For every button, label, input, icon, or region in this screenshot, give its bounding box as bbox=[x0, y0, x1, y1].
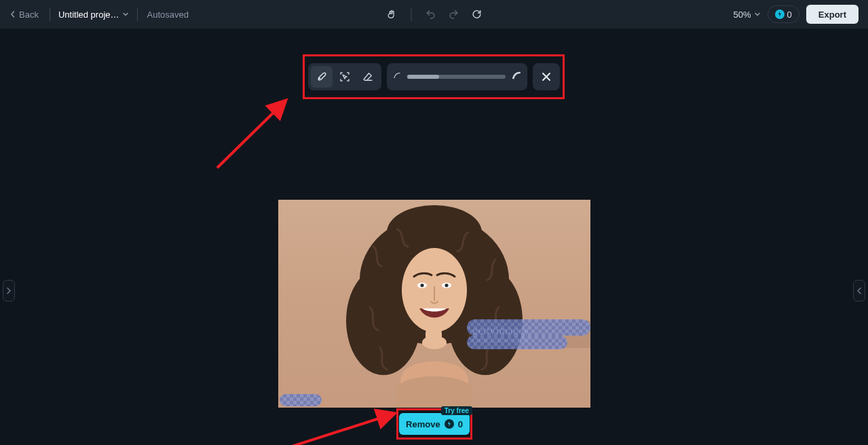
svg-point-8 bbox=[442, 283, 451, 288]
svg-point-9 bbox=[445, 283, 448, 287]
pan-tool-button[interactable] bbox=[383, 6, 400, 22]
svg-point-4 bbox=[387, 205, 482, 260]
brush-tool-button[interactable] bbox=[311, 66, 333, 88]
svg-point-6 bbox=[417, 283, 427, 288]
reset-button[interactable] bbox=[468, 6, 485, 22]
close-icon bbox=[542, 72, 551, 82]
chevron-down-icon bbox=[754, 11, 761, 18]
eraser-icon bbox=[362, 71, 374, 83]
annotation-arrow-toolbar bbox=[204, 93, 305, 175]
annotation-arrow-remove bbox=[285, 406, 414, 445]
back-button[interactable]: Back bbox=[0, 10, 45, 20]
smart-select-icon bbox=[339, 71, 351, 83]
credits-pill[interactable]: 0 bbox=[768, 5, 799, 23]
export-button[interactable]: Export bbox=[806, 5, 858, 24]
stroke-small-icon bbox=[392, 71, 402, 83]
brush-mark bbox=[280, 394, 322, 406]
divider bbox=[50, 7, 50, 21]
svg-line-11 bbox=[292, 414, 394, 445]
chevron-down-icon bbox=[122, 11, 129, 18]
svg-point-10 bbox=[422, 336, 447, 349]
credits-count: 0 bbox=[787, 10, 792, 20]
divider bbox=[137, 7, 138, 21]
svg-point-7 bbox=[420, 283, 423, 287]
redo-icon bbox=[448, 9, 459, 20]
image-subject bbox=[333, 205, 536, 408]
close-toolbar-button[interactable] bbox=[533, 63, 560, 90]
expand-left-handle[interactable] bbox=[3, 280, 15, 302]
canvas-image[interactable]: gettyimages Credit:CoffeeAndMilk bbox=[278, 200, 590, 408]
project-dropdown[interactable]: Untitled proje… bbox=[54, 10, 133, 20]
svg-point-5 bbox=[402, 248, 467, 332]
brush-size-fill bbox=[407, 75, 440, 79]
chevron-right-icon bbox=[6, 287, 12, 294]
eraser-tool-button[interactable] bbox=[357, 66, 379, 88]
annotation-box-toolbar bbox=[303, 54, 565, 99]
svg-point-2 bbox=[346, 266, 421, 375]
project-name: Untitled proje… bbox=[58, 10, 119, 20]
chevron-left-icon bbox=[856, 287, 862, 294]
refresh-icon bbox=[471, 9, 482, 20]
remove-button[interactable]: Remove 0 Try free bbox=[399, 413, 470, 435]
header-center bbox=[383, 0, 485, 29]
export-label: Export bbox=[818, 10, 846, 20]
canvas-area[interactable]: gettyimages Credit:CoffeeAndMilk Remove … bbox=[0, 29, 868, 445]
hand-icon bbox=[386, 9, 397, 20]
tool-group-modes bbox=[308, 63, 381, 90]
annotation-box-remove: Remove 0 Try free bbox=[396, 408, 472, 440]
remove-cost: 0 bbox=[458, 419, 463, 429]
zoom-dropdown[interactable]: 50% bbox=[734, 10, 761, 20]
brush-size-slider[interactable] bbox=[407, 75, 506, 79]
credit-icon bbox=[445, 419, 454, 429]
stroke-large-icon bbox=[511, 70, 522, 84]
chevron-left-icon bbox=[10, 11, 16, 18]
back-label: Back bbox=[19, 10, 39, 20]
header-right: 50% 0 Export bbox=[734, 5, 868, 24]
header-left: Back Untitled proje… Autosaved bbox=[0, 0, 194, 29]
autosaved-status: Autosaved bbox=[142, 10, 194, 20]
tool-group-size bbox=[387, 63, 527, 90]
expand-right-handle[interactable] bbox=[853, 280, 865, 302]
zoom-value: 50% bbox=[734, 10, 751, 20]
divider bbox=[411, 7, 411, 21]
undo-button bbox=[422, 6, 438, 22]
smart-select-tool-button[interactable] bbox=[334, 66, 356, 88]
brush-icon bbox=[316, 71, 328, 83]
app-header: Back Untitled proje… Autosaved 50% bbox=[0, 0, 868, 29]
credit-icon bbox=[775, 10, 785, 19]
svg-line-0 bbox=[217, 101, 285, 168]
remove-label: Remove bbox=[406, 419, 440, 429]
inpaint-toolbar bbox=[308, 63, 560, 90]
brush-mark bbox=[467, 319, 590, 336]
try-free-badge: Try free bbox=[441, 406, 472, 415]
undo-icon bbox=[425, 9, 436, 20]
brush-mark bbox=[467, 336, 567, 349]
redo-button bbox=[445, 6, 461, 22]
